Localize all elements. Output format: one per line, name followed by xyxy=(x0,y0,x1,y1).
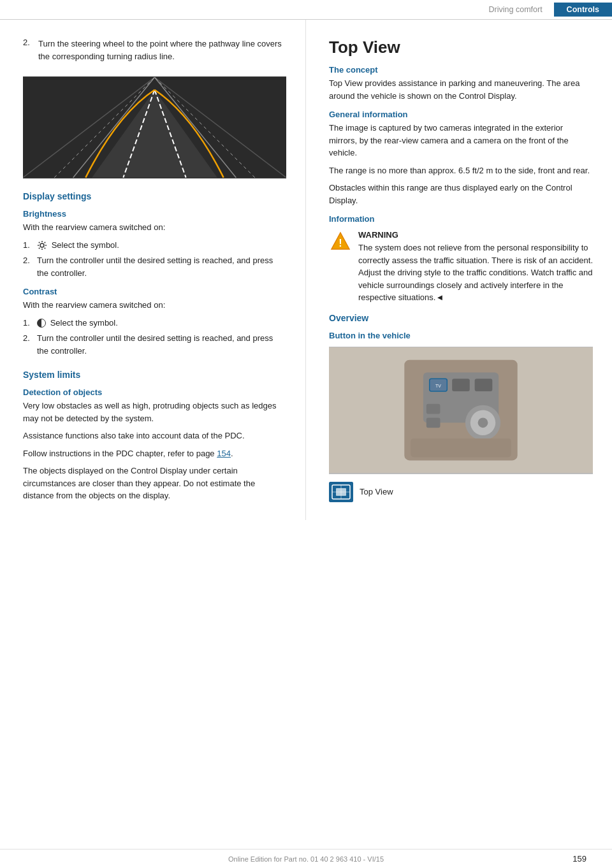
svg-rect-34 xyxy=(411,438,511,458)
display-settings-heading: Display settings xyxy=(23,191,286,201)
svg-rect-31 xyxy=(426,417,441,428)
warning-text: The system does not relieve from the per… xyxy=(358,242,593,304)
general-p2: The range is no more than approx. 6.5 ft… xyxy=(329,164,593,177)
concept-heading: The concept xyxy=(329,65,593,75)
detection-p3-link[interactable]: 154 xyxy=(217,449,231,458)
topview-label: Top View xyxy=(360,487,393,496)
button-vehicle-heading: Button in the vehicle xyxy=(329,331,593,340)
detection-p2: Assistance functions also take into acco… xyxy=(23,430,286,442)
warning-box: ! WARNING The system does not relieve fr… xyxy=(329,230,593,304)
brightness-heading: Brightness xyxy=(23,209,286,219)
concept-text: Top View provides assistance in parking … xyxy=(329,77,593,102)
warning-triangle-icon: ! xyxy=(330,231,351,252)
car-image xyxy=(23,76,286,178)
information-heading: Information xyxy=(329,214,593,224)
step2-block: 2. Turn the steering wheel to the point … xyxy=(23,38,286,68)
topview-icon xyxy=(329,482,353,502)
contrast-step1-text: Select the symbol. xyxy=(50,318,118,328)
page-title: Top View xyxy=(329,38,593,57)
nav-driving-comfort[interactable]: Driving comfort xyxy=(477,3,554,17)
svg-point-29 xyxy=(478,417,488,428)
general-p3: Obstacles within this range are thus dis… xyxy=(329,182,593,206)
contrast-heading: Contrast xyxy=(23,287,286,296)
detection-p3-pre: Follow instructions in the PDC chapter, … xyxy=(23,449,217,458)
page-number: 159 xyxy=(572,854,586,864)
general-information-heading: General information xyxy=(329,110,593,119)
car-svg xyxy=(23,76,286,178)
svg-text:!: ! xyxy=(339,238,342,249)
svg-text:TV: TV xyxy=(435,384,441,388)
topview-icon-row: Top View xyxy=(329,482,593,502)
svg-line-17 xyxy=(45,242,45,243)
contrast-intro: With the rearview camera switched on: xyxy=(23,299,286,312)
svg-line-18 xyxy=(39,248,40,249)
warning-content: WARNING The system does not relieve from… xyxy=(358,230,593,304)
step2-number: 2. xyxy=(23,38,33,68)
svg-rect-30 xyxy=(426,404,441,414)
svg-point-10 xyxy=(40,243,44,247)
detection-p1: Very low obstacles as well as high, prot… xyxy=(23,400,286,424)
footer-text: Online Edition for Part no. 01 40 2 963 … xyxy=(228,855,384,863)
brightness-step2: 2. Turn the controller until the desired… xyxy=(23,254,286,279)
brightness-step2-text: Turn the controller until the desired se… xyxy=(37,254,286,279)
footer: Online Edition for Part no. 01 40 2 963 … xyxy=(0,849,612,868)
svg-line-16 xyxy=(45,248,45,249)
header-nav: Driving comfort Controls xyxy=(0,0,612,20)
overview-heading: Overview xyxy=(329,313,593,323)
contrast-list: 1. Select the symbol. 2. Turn the contro… xyxy=(23,317,286,358)
detection-p4: The objects displayed on the Control Dis… xyxy=(23,465,286,502)
vehicle-image: TV xyxy=(329,347,593,474)
brightness-step1: 1. Select the symbol. xyxy=(23,239,286,252)
contrast-step2: 2. Turn the controller until the desired… xyxy=(23,332,286,357)
contrast-step2-text: Turn the controller until the desired se… xyxy=(37,332,286,357)
detection-heading: Detection of objects xyxy=(23,387,286,397)
nav-controls[interactable]: Controls xyxy=(554,3,612,17)
right-column: Top View The concept Top View provides a… xyxy=(306,20,612,520)
detection-p3-post: . xyxy=(231,449,233,458)
brightness-intro: With the rearview camera switched on: xyxy=(23,221,286,234)
warning-title: WARNING xyxy=(358,230,593,240)
svg-rect-25 xyxy=(452,379,470,391)
contrast-step1: 1. Select the symbol. xyxy=(23,317,286,329)
topview-svg-icon xyxy=(329,482,353,502)
vehicle-interior-svg: TV xyxy=(329,347,593,473)
circle-half-icon xyxy=(37,319,46,328)
system-limits-heading: System limits xyxy=(23,370,286,380)
brightness-list: 1. Select the symbol. xyxy=(23,239,286,280)
main-content: 2. Turn the steering wheel to the point … xyxy=(0,20,612,520)
svg-rect-26 xyxy=(475,379,493,391)
brightness-step1-text: Select the symbol. xyxy=(52,240,119,250)
warning-icon: ! xyxy=(329,230,352,253)
svg-line-15 xyxy=(39,242,40,243)
detection-p3: Follow instructions in the PDC chapter, … xyxy=(23,447,286,460)
sun-icon xyxy=(37,240,47,250)
left-column: 2. Turn the steering wheel to the point … xyxy=(0,20,306,520)
step2-text: Turn the steering wheel to the point whe… xyxy=(38,38,286,62)
general-p1: The image is captured by two cameras int… xyxy=(329,122,593,159)
